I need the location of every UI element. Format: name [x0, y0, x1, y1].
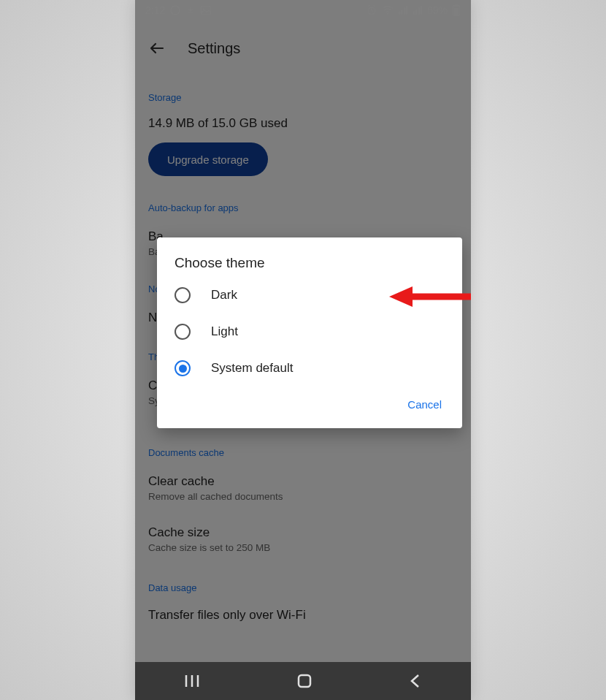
theme-option-light[interactable]: Light	[157, 313, 462, 350]
dialog-title: Choose theme	[157, 255, 462, 277]
radio-label-dark: Dark	[211, 288, 237, 303]
phone-frame: 2:12 69% Settings Storage 14.9 MB of 15.…	[135, 0, 471, 700]
radio-icon	[174, 287, 191, 303]
choose-theme-dialog: Choose theme Dark Light System default C…	[157, 237, 462, 428]
radio-icon-selected	[174, 360, 191, 376]
home-icon[interactable]	[296, 673, 312, 689]
svg-rect-18	[299, 675, 310, 687]
cancel-button[interactable]: Cancel	[404, 394, 445, 415]
radio-label-system: System default	[211, 361, 293, 376]
android-nav-bar	[135, 662, 471, 700]
radio-label-light: Light	[211, 324, 238, 339]
theme-option-dark[interactable]: Dark	[157, 277, 462, 313]
recents-icon[interactable]	[183, 674, 201, 688]
radio-icon	[174, 324, 191, 340]
radio-inner-dot	[179, 365, 187, 373]
back-icon[interactable]	[408, 673, 423, 689]
theme-option-system[interactable]: System default	[157, 350, 462, 387]
